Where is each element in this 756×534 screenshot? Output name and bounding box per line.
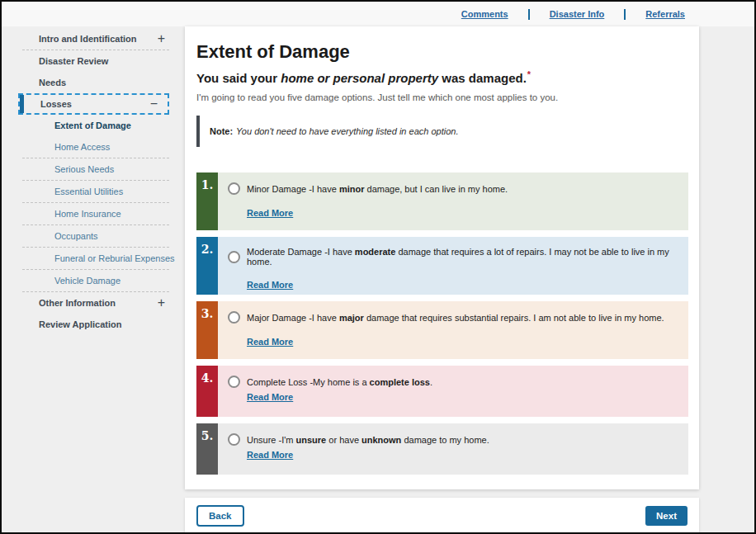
option-number-badge: 2. [196, 237, 218, 295]
read-more-link[interactable]: Read More [247, 208, 293, 218]
option-label: Complete Loss -My home is a complete los… [247, 377, 432, 387]
footer-bar: Back Next [185, 498, 699, 534]
sidebar-subitem[interactable]: Funeral or Reburial Expenses [2, 248, 185, 269]
damage-option-row: 4. Complete Loss -My home is a complete … [196, 366, 688, 417]
option-body: Moderate Damage -I have moderate damage … [218, 237, 688, 295]
sidebar-item-label: Needs [39, 78, 165, 87]
sidebar-item[interactable]: Intro and Identification + [2, 28, 185, 50]
sidebar-subitem-label: Home Insurance [54, 209, 121, 219]
sidebar-subitem[interactable]: Vehicle Damage [2, 270, 185, 291]
question-prefix: You said your [196, 71, 281, 85]
note-box: Note:You don't need to have everything l… [196, 116, 687, 147]
app-window: Comments Disaster Info Referrals Intro a… [0, 0, 756, 534]
sidebar-subitem-label: Vehicle Damage [54, 276, 120, 286]
top-link-disaster-info[interactable]: Disaster Info [550, 9, 605, 19]
option-radio-button[interactable] [228, 376, 240, 388]
sidebar-nav: Intro and Identification + Disaster Revi… [2, 26, 185, 532]
sidebar-subitem-label: Extent of Damage [54, 121, 131, 130]
option-number-badge: 1. [196, 172, 218, 230]
read-more-link[interactable]: Read More [247, 280, 293, 290]
option-number-badge: 4. [196, 366, 218, 417]
sidebar-item-label: Other Information [39, 298, 158, 308]
sidebar-item[interactable]: Disaster Review [2, 50, 185, 72]
top-link-separator [624, 9, 626, 20]
sidebar-subitem-label: Home Access [54, 142, 110, 152]
sidebar-subitem-label: Essential Utilities [54, 187, 123, 196]
option-radio-button[interactable] [228, 182, 240, 195]
read-more-link[interactable]: Read More [247, 337, 293, 347]
damage-option-row: 5. Unsure -I'm unsure or have unknown da… [196, 423, 688, 475]
expand-icon[interactable]: + [158, 296, 165, 310]
sidebar-subitem-label: Funeral or Reburial Expenses [54, 253, 175, 263]
option-radio-button[interactable] [228, 311, 240, 324]
sidebar-item-label: Intro and Identification [39, 34, 158, 44]
read-more-link[interactable]: Read More [247, 450, 293, 460]
option-label: Unsure -I'm unsure or have unknown damag… [247, 435, 489, 445]
instruction-text: I'm going to read you five damage option… [196, 92, 687, 102]
note-label: Note: [210, 126, 233, 136]
option-label: Moderate Damage -I have moderate damage … [247, 247, 678, 267]
option-body: Complete Loss -My home is a complete los… [218, 366, 688, 417]
next-button[interactable]: Next [645, 506, 687, 526]
expand-icon[interactable]: + [158, 32, 165, 45]
option-number-badge: 5. [196, 423, 218, 475]
option-label: Minor Damage -I have minor damage, but I… [247, 184, 508, 194]
sidebar-subitem-label: Occupants [54, 231, 98, 241]
sidebar-item-label: Disaster Review [39, 56, 165, 66]
collapse-icon[interactable]: − [150, 97, 158, 111]
sidebar-item-label: Review Application [39, 319, 165, 329]
sidebar-subitem[interactable]: Serious Needs [2, 158, 185, 180]
note-text: You don't need to have everything listed… [236, 126, 458, 136]
damage-option-row: 3. Major Damage -I have major damage tha… [196, 301, 688, 359]
sidebar-item-active-section[interactable]: Losses − [18, 93, 169, 115]
damage-option-row: 1. Minor Damage -I have minor damage, bu… [196, 172, 688, 230]
back-button[interactable]: Back [196, 505, 244, 527]
question-suffix: was damaged. [438, 71, 527, 85]
sidebar-item[interactable]: Needs [2, 72, 185, 93]
active-section-accent-bar [20, 95, 24, 113]
option-body: Unsure -I'm unsure or have unknown damag… [218, 423, 688, 475]
required-asterisk: * [527, 69, 531, 79]
question-italic: home or personal property [281, 71, 438, 85]
sidebar-subitem-label: Serious Needs [54, 164, 114, 174]
sidebar-item-label: Losses [40, 99, 150, 109]
sidebar-item[interactable]: Review Application [2, 314, 185, 335]
main-content: Extent of Damage You said your home or p… [185, 26, 699, 489]
sidebar-subitem[interactable]: Extent of Damage [2, 115, 185, 136]
option-body: Minor Damage -I have minor damage, but I… [218, 172, 688, 230]
question-text: You said your home or personal property … [196, 69, 687, 85]
top-link-separator [528, 9, 530, 20]
option-label: Major Damage -I have major damage that r… [247, 313, 664, 323]
page-title: Extent of Damage [196, 41, 687, 63]
option-number-badge: 3. [196, 301, 218, 359]
sidebar-subitem[interactable]: Home Insurance [2, 203, 185, 224]
sidebar-subitem[interactable]: Occupants [2, 225, 185, 247]
top-link-comments[interactable]: Comments [461, 9, 508, 19]
option-radio-button[interactable] [228, 251, 240, 263]
option-body: Major Damage -I have major damage that r… [218, 301, 688, 359]
sidebar-item[interactable]: Other Information + [2, 292, 185, 314]
damage-options-list: 1. Minor Damage -I have minor damage, bu… [196, 172, 687, 475]
sidebar-subitem[interactable]: Essential Utilities [2, 181, 185, 202]
read-more-link[interactable]: Read More [247, 392, 293, 402]
top-link-referrals[interactable]: Referrals [645, 9, 685, 19]
top-bar: Comments Disaster Info Referrals [2, 2, 754, 26]
option-radio-button[interactable] [228, 433, 240, 446]
damage-option-row: 2. Moderate Damage -I have moderate dama… [196, 237, 688, 295]
sidebar-subitem[interactable]: Home Access [2, 136, 185, 158]
